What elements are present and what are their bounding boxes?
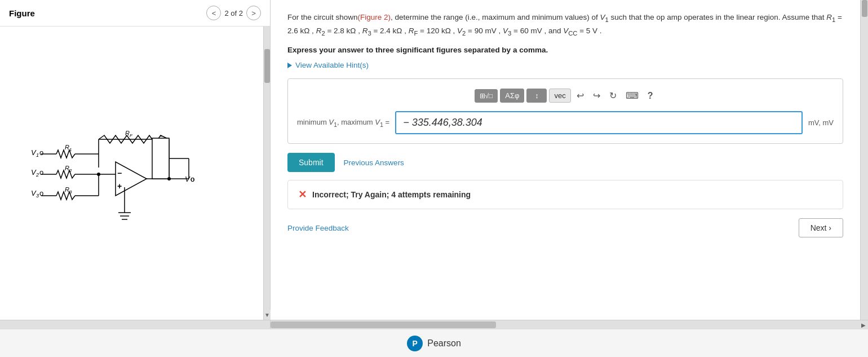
svg-marker-24 <box>116 162 147 196</box>
right-section: For the circuit shown(Figure 2), determi… <box>271 0 868 320</box>
problem-intro: For the circuit shown <box>287 13 358 21</box>
matrix-button[interactable]: ⊞√□ <box>475 89 498 103</box>
svg-text:−: − <box>117 169 122 178</box>
right-h-scroll[interactable]: ▶ <box>271 320 868 329</box>
arrow-icon: ↕ <box>535 91 539 100</box>
vec-button[interactable]: vec <box>549 89 570 103</box>
submit-button[interactable]: Submit <box>287 153 335 172</box>
svg-text:3: 3 <box>36 193 39 199</box>
problem-text: For the circuit shown(Figure 2), determi… <box>287 11 843 38</box>
svg-point-44 <box>97 173 100 176</box>
circuit-svg: V 1 o V 2 o V 3 o R 1 <box>25 89 245 258</box>
sigma-icon: AΣφ <box>505 91 519 100</box>
svg-text:o: o <box>39 168 43 177</box>
feedback-link[interactable]: Provide Feedback <box>287 224 349 232</box>
input-row: minimum V1, maximum V1 = mV, mV <box>297 111 834 134</box>
figure-header: Figure < 2 of 2 > <box>0 0 270 27</box>
pearson-logo: P <box>407 336 423 351</box>
svg-text:F: F <box>130 133 133 138</box>
svg-text:o: o <box>39 148 43 157</box>
svg-rect-40 <box>152 138 169 179</box>
undo-button[interactable]: ↩ <box>573 88 587 103</box>
svg-text:1: 1 <box>36 152 39 158</box>
left-h-scroll <box>0 320 271 329</box>
figure-prev-button[interactable]: < <box>206 6 221 20</box>
error-box: ✕ Incorrect; Try Again; 4 attempts remai… <box>287 180 843 209</box>
svg-text:R: R <box>65 144 69 151</box>
answer-box: ⊞√□ AΣφ ↕ vec ↩ ↪ ↻ ⌨ ? <box>287 78 843 144</box>
svg-text:2: 2 <box>36 172 39 178</box>
help-button[interactable]: ? <box>644 89 657 103</box>
sigma-button[interactable]: AΣφ <box>500 89 524 103</box>
redo-button[interactable]: ↪ <box>590 88 604 103</box>
footer: P Pearson <box>0 329 868 357</box>
arrow-button[interactable]: ↕ <box>526 89 547 103</box>
error-text: Incorrect; Try Again; 4 attempts remaini… <box>312 190 471 199</box>
figure-label: Figure <box>9 8 35 18</box>
refresh-button[interactable]: ↻ <box>606 88 620 103</box>
svg-text:+: + <box>117 182 122 191</box>
circuit-diagram: V 1 o V 2 o V 3 o R 1 <box>0 27 270 320</box>
previous-answers-link[interactable]: Previous Answers <box>344 158 404 167</box>
figure-nav: < 2 of 2 > <box>206 6 261 20</box>
figure-content: V 1 o V 2 o V 3 o R 1 <box>0 27 270 320</box>
next-label: Next › <box>811 223 831 232</box>
right-scrollbar-thumb <box>862 0 867 17</box>
bottom-row: Provide Feedback Next › <box>287 218 843 237</box>
submit-row: Submit Previous Answers <box>287 153 843 172</box>
answer-input[interactable] <box>395 111 803 134</box>
svg-text:R: R <box>65 165 69 171</box>
logo-letter: P <box>413 339 418 348</box>
right-panel: For the circuit shown(Figure 2), determi… <box>271 0 860 320</box>
input-unit: mV, mV <box>808 118 834 127</box>
input-label: minimum V1, maximum V1 = <box>297 118 389 128</box>
left-panel-scrollbar[interactable]: ▼ <box>263 27 270 320</box>
right-scrollbar[interactable] <box>860 0 868 320</box>
svg-text:V: V <box>185 175 191 183</box>
left-panel: Figure < 2 of 2 > V 1 o V 2 o V 3 <box>0 0 271 320</box>
figure-link[interactable]: (Figure 2) <box>358 13 391 21</box>
figure-count: 2 of 2 <box>224 9 243 17</box>
h-scrollbar-container: ▶ <box>0 320 868 329</box>
h-scroll-thumb <box>271 321 496 328</box>
error-icon: ✕ <box>298 188 307 201</box>
svg-text:R: R <box>65 186 69 193</box>
figure-next-button[interactable]: > <box>246 6 261 20</box>
footer-brand: Pearson <box>427 338 461 349</box>
hint-arrow-icon <box>287 63 292 68</box>
svg-text:o: o <box>191 175 194 183</box>
math-toolbar: ⊞√□ AΣφ ↕ vec ↩ ↪ ↻ ⌨ ? <box>297 88 834 103</box>
matrix-icon: ⊞√□ <box>480 92 493 100</box>
hint-link[interactable]: View Available Hint(s) <box>287 61 843 69</box>
vec-label: vec <box>554 91 565 100</box>
scrollbar-thumb <box>264 49 270 83</box>
next-button[interactable]: Next › <box>799 218 843 237</box>
hint-text: View Available Hint(s) <box>295 61 369 69</box>
keyboard-button[interactable]: ⌨ <box>622 88 642 103</box>
svg-point-43 <box>167 177 171 180</box>
instruction-text: Express your answer to three significant… <box>287 46 843 54</box>
